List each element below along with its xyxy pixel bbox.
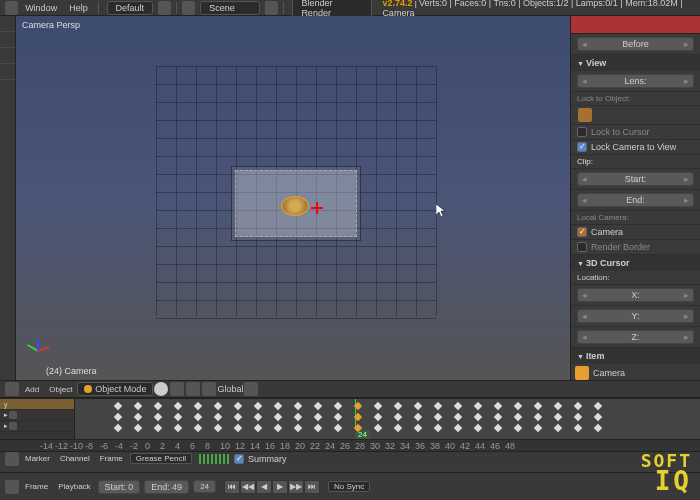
play-button[interactable]: ▶ [272,480,288,494]
clip-start-field[interactable]: Start: [571,169,700,190]
timeline-header: Frame Playback Start: 0 End: 49 24 ⏮ ◀◀ … [0,472,700,500]
3d-viewport[interactable]: Camera Persp (24) Camera [16,16,570,380]
blender-icon[interactable] [5,1,18,15]
watermark: SOFT IQ [641,450,692,492]
summary-label: Summary [248,454,287,464]
cursor-panel-header[interactable]: 3D Cursor [571,255,700,271]
location-label: Location: [571,271,700,285]
scene-dropdown[interactable]: Scene [200,1,260,15]
play-reverse-button[interactable]: ◀ [256,480,272,494]
menu-window[interactable]: Window [19,3,63,13]
orientation-dropdown[interactable]: Global [217,384,243,394]
menu-frame[interactable]: Frame [95,454,128,463]
status-bar: v2.74.2 | Verts:0 | Faces:0 | Tris:0 | O… [382,0,696,18]
x-field[interactable]: X: [571,285,700,306]
menu-add[interactable]: Add [20,385,44,394]
next-key-button[interactable]: ▶▶ [288,480,304,494]
channel-row[interactable]: ▸ [0,421,74,432]
shading-solid-icon[interactable] [154,382,168,396]
viewport-header: Add Object Object Mode Global [0,380,700,398]
3d-cursor-icon [311,202,323,214]
suzanne-object[interactable] [281,196,309,216]
local-camera-label: Local Camera: [571,211,700,225]
lock-cursor-checkbox[interactable]: Lock to Cursor [571,125,700,140]
clip-label: Clip: [571,155,700,169]
start-frame-field[interactable]: Start: 0 [98,480,141,494]
prev-key-button[interactable]: ◀◀ [240,480,256,494]
view-panel-header[interactable]: View [571,55,700,71]
plus-icon[interactable] [158,1,171,15]
menu-help[interactable]: Help [63,3,94,13]
summary-channel[interactable]: y [0,399,74,410]
item-panel-header[interactable]: Item [571,348,700,364]
active-object-label: (24) Camera [46,366,97,376]
jump-end-button[interactable]: ⏭ [304,480,320,494]
end-frame-field[interactable]: End: 49 [144,480,189,494]
timeline-area: y ▸ ▸ 24 -14-12-10-8-6-4-202468101214161… [0,398,700,472]
dopesheet-header: Marker Channel Frame Grease Pencil Summa… [0,451,700,465]
lock-object-label: Lock to Object: [571,92,700,106]
clip-end-field[interactable]: End: [571,190,700,211]
view-perspective-label: Camera Persp [22,20,80,30]
jump-start-button[interactable]: ⏮ [224,480,240,494]
mode-dropdown[interactable]: Object Mode [77,382,153,396]
z-field[interactable]: Z: [571,327,700,348]
manipulator-icon[interactable] [186,382,200,396]
properties-panel: Before View Lens: Lock to Object: Lock t… [570,16,700,380]
editor-type-icon[interactable] [5,382,19,396]
frame-ruler[interactable]: -14-12-10-8-6-4-202468101214161820222426… [0,439,700,451]
lock-camera-checkbox[interactable]: Lock Camera to View [571,140,700,155]
editor-icon[interactable] [5,452,19,466]
summary-checkbox[interactable] [234,454,244,464]
meter-icon [198,454,230,464]
scene-icon[interactable] [182,1,195,15]
y-field[interactable]: Y: [571,306,700,327]
axis-gizmo [26,338,50,362]
pivot-icon[interactable] [170,382,184,396]
menu-channel[interactable]: Channel [55,454,95,463]
before-row[interactable]: Before [571,34,700,55]
top-menu-bar: Window Help Default Scene Blender Render… [0,0,700,16]
playback-controls: ⏮ ◀◀ ◀ ▶ ▶▶ ⏭ [224,480,320,494]
mouse-pointer-icon [436,204,446,218]
current-frame-field[interactable]: 24 [193,480,216,493]
item-camera-row[interactable]: Camera [571,364,700,380]
menu-object[interactable]: Object [44,385,77,394]
render-border-checkbox[interactable]: Render Border [571,240,700,255]
close-icon[interactable] [265,1,278,15]
timeline-editor-icon[interactable] [5,480,19,494]
layers-icon[interactable] [202,382,216,396]
sync-dropdown[interactable]: No Sync [328,481,370,492]
tl-menu-frame[interactable]: Frame [20,482,53,491]
outliner-strip[interactable] [571,16,700,34]
channel-row[interactable]: ▸ [0,410,74,421]
camera-icon [575,366,589,380]
tool-shelf[interactable] [0,16,16,380]
local-camera-field[interactable]: Camera [571,225,700,240]
mode-grease-dropdown[interactable]: Grease Pencil [130,453,192,464]
tl-menu-playback[interactable]: Playback [53,482,95,491]
lens-field[interactable]: Lens: [571,71,700,92]
dopesheet[interactable]: y ▸ ▸ 24 [0,399,700,439]
layout-dropdown[interactable]: Default [107,1,154,15]
lock-object-field[interactable] [571,106,700,125]
menu-marker[interactable]: Marker [20,454,55,463]
snap-icon[interactable] [244,382,258,396]
